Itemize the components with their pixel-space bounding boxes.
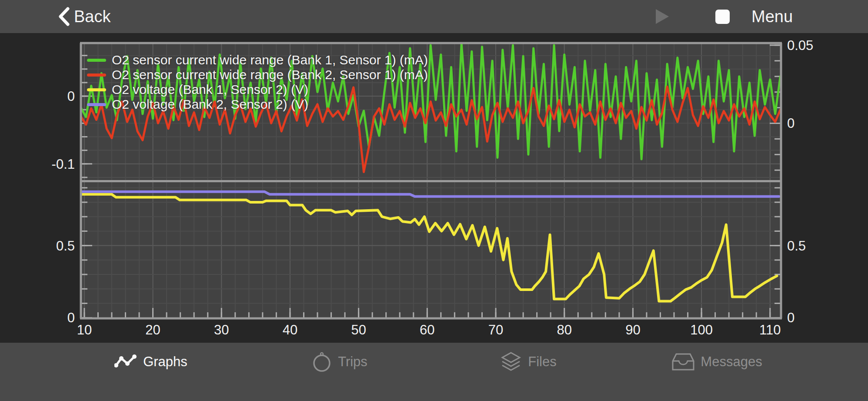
y-axis-label: 0 [67, 310, 75, 325]
y-axis-label: 0 [787, 116, 795, 131]
x-axis-label: 20 [145, 322, 160, 338]
menu-button[interactable]: Menu [751, 0, 793, 33]
y-axis-label: 0.05 [787, 38, 813, 53]
legend-label: O2 sensor current wide range (Bank 1, Se… [112, 53, 428, 67]
legend-item[interactable]: O2 sensor current wide range (Bank 1, Se… [87, 53, 428, 67]
x-axis-label: 70 [488, 322, 503, 338]
tab-label: Graphs [143, 354, 187, 370]
legend-label: O2 voltage (Bank 2, Sensor 2) (V) [112, 97, 308, 112]
legend-item[interactable]: O2 sensor current wide range (Bank 2, Se… [87, 67, 428, 82]
legend-swatch [87, 103, 106, 106]
legend-label: O2 voltage (Bank 1, Sensor 2) (V) [112, 82, 308, 97]
y-axis-label: 0 [787, 310, 795, 325]
app-screen: 0-0.10.0500.500.501020304050607080901001… [0, 0, 868, 401]
tab-graphs[interactable]: Graphs [57, 349, 245, 375]
tab-strip: GraphsTripsFilesMessages [57, 349, 811, 375]
tab-messages[interactable]: Messages [623, 349, 811, 375]
stopwatch-icon [312, 351, 332, 373]
x-axis-label: 40 [283, 322, 297, 338]
y-axis-label: 0.5 [787, 238, 806, 254]
legend-swatch [87, 59, 106, 62]
x-axis-label: 60 [420, 322, 434, 338]
menu-label: Menu [751, 7, 793, 26]
tab-label: Messages [701, 354, 762, 370]
x-axis-label: 10 [77, 322, 92, 338]
x-axis-label: 90 [625, 322, 640, 338]
top-nav-bar: Back Menu [0, 0, 868, 33]
tab-label: Trips [338, 354, 367, 370]
back-label: Back [74, 7, 110, 26]
tab-files[interactable]: Files [434, 349, 623, 375]
line-chart-icon [114, 353, 137, 371]
x-axis-label: 110 [759, 322, 781, 338]
layers-icon [500, 351, 522, 373]
legend-item[interactable]: O2 voltage (Bank 1, Sensor 2) (V) [87, 82, 428, 97]
bottom-tab-bar: GraphsTripsFilesMessages [0, 343, 868, 401]
legend-label: O2 sensor current wide range (Bank 2, Se… [112, 67, 428, 82]
play-button[interactable] [655, 8, 670, 25]
x-axis-label: 80 [557, 322, 571, 338]
chevron-left-icon [58, 7, 70, 26]
stop-button[interactable] [715, 10, 730, 24]
legend-swatch [87, 74, 106, 77]
x-axis-label: 50 [351, 322, 366, 338]
legend-item[interactable]: O2 voltage (Bank 2, Sensor 2) (V) [87, 97, 428, 112]
x-axis-label: 30 [214, 322, 229, 338]
inbox-icon [672, 352, 694, 371]
legend-swatch [87, 88, 106, 91]
tab-trips[interactable]: Trips [245, 349, 434, 375]
x-axis-label: 100 [690, 322, 713, 338]
y-axis-label: 0.5 [56, 238, 75, 254]
y-axis-label: 0 [67, 89, 75, 104]
tab-label: Files [528, 354, 556, 370]
chart-legend: O2 sensor current wide range (Bank 1, Se… [87, 53, 428, 112]
y-axis-label: -0.1 [52, 157, 75, 172]
back-button[interactable]: Back [58, 0, 110, 33]
